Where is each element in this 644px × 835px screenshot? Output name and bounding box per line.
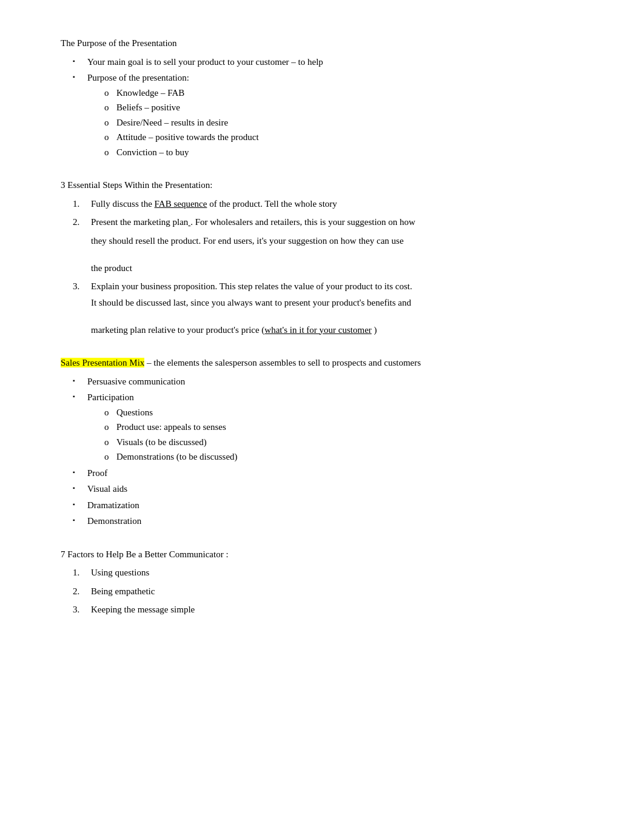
- bullet-text: Demonstration: [87, 516, 141, 526]
- underline-wiifm: what's in it for your customer: [264, 325, 371, 335]
- sub-list-item: Desire/Need – results in desire: [104, 116, 595, 130]
- list-item: Persuasive communication: [73, 375, 595, 389]
- factors-list: 1. Using questions 2. Being empathetic 3…: [61, 566, 595, 617]
- steps-list: 1. Fully discuss the FAB sequence of the…: [61, 197, 595, 229]
- sub-list-item: Attitude – positive towards the product: [104, 130, 595, 144]
- item-text: Present the marketing plan . For wholesa…: [91, 217, 415, 227]
- sales-mix-list: Persuasive communication Participation Q…: [61, 375, 595, 528]
- section-essential-steps: 3 Essential Steps Within the Presentatio…: [61, 178, 595, 337]
- section-sales-mix: Sales Presentation Mix – the elements th…: [61, 356, 595, 528]
- bullet-text: Dramatization: [87, 500, 139, 510]
- section-purpose-title: The Purpose of the Presentation: [61, 36, 595, 50]
- list-item: Proof: [73, 466, 595, 480]
- underline-text: FAB sequence: [155, 199, 207, 209]
- sub-list: Questions Product use: appeals to senses…: [87, 406, 595, 464]
- bullet-text: Proof: [87, 468, 107, 478]
- list-item: 1. Fully discuss the FAB sequence of the…: [73, 197, 595, 211]
- list-item: Dramatization: [73, 498, 595, 512]
- list-item: Purpose of the presentation: Knowledge –…: [73, 71, 595, 159]
- bullet-text: Your main goal is to sell your product t…: [87, 57, 323, 67]
- item-number: 2.: [73, 585, 79, 599]
- section-7-factors: 7 Factors to Help Be a Better Communicat…: [61, 548, 595, 617]
- item-text: Using questions: [91, 568, 149, 577]
- item-number: 3.: [73, 280, 79, 293]
- continuation-text-2: It should be discussed last, since you a…: [61, 296, 595, 337]
- item-number: 1.: [73, 197, 79, 211]
- item-text: Fully discuss the FAB sequence of the pr…: [91, 199, 337, 209]
- list-item: 1. Using questions: [73, 566, 595, 580]
- steps-list-2: 3. Explain your business proposition. Th…: [61, 280, 595, 293]
- item-text: Keeping the message simple: [91, 605, 195, 614]
- section-7-factors-title: 7 Factors to Help Be a Better Communicat…: [61, 548, 595, 562]
- bullet-text: Persuasive communication: [87, 377, 185, 386]
- list-item: Visual aids: [73, 482, 595, 496]
- list-item: 2. Being empathetic: [73, 585, 595, 599]
- list-item: 3. Keeping the message simple: [73, 603, 595, 617]
- item-text: Being empathetic: [91, 586, 155, 596]
- sub-list-item: Questions: [104, 406, 595, 420]
- bullet-text: Visual aids: [87, 484, 127, 494]
- sub-list-item: Conviction – to buy: [104, 146, 595, 159]
- sub-list-item: Visuals (to be discussed): [104, 435, 595, 449]
- list-item: 3. Explain your business proposition. Th…: [73, 280, 595, 293]
- title-rest: – the elements the salesperson assembles…: [144, 358, 421, 367]
- item-text: Explain your business proposition. This …: [91, 281, 412, 291]
- continuation-text: they should resell the product. For end …: [61, 234, 595, 275]
- sales-mix-title: Sales Presentation Mix – the elements th…: [61, 356, 595, 370]
- list-item: 2. Present the marketing plan . For whol…: [73, 215, 595, 229]
- section-purpose: The Purpose of the Presentation Your mai…: [61, 36, 595, 159]
- bullet-text: Participation: [87, 392, 134, 402]
- section-purpose-list: Your main goal is to sell your product t…: [61, 55, 595, 159]
- sub-list-item: Demonstrations (to be discussed): [104, 450, 595, 464]
- item-number: 3.: [73, 603, 79, 617]
- underline-space: [188, 217, 190, 227]
- list-item: Participation Questions Product use: app…: [73, 391, 595, 464]
- sub-list-item: Knowledge – FAB: [104, 86, 595, 100]
- item-number: 2.: [73, 215, 79, 229]
- sub-list: Knowledge – FAB Beliefs – positive Desir…: [87, 86, 595, 159]
- list-item: Your main goal is to sell your product t…: [73, 55, 595, 69]
- sub-list-item: Product use: appeals to senses: [104, 420, 595, 434]
- section-steps-title: 3 Essential Steps Within the Presentatio…: [61, 178, 595, 192]
- sub-list-item: Beliefs – positive: [104, 101, 595, 115]
- highlighted-term: Sales Presentation Mix: [61, 358, 144, 367]
- list-item: Demonstration: [73, 514, 595, 528]
- item-number: 1.: [73, 566, 79, 580]
- bullet-text: Purpose of the presentation:: [87, 73, 189, 82]
